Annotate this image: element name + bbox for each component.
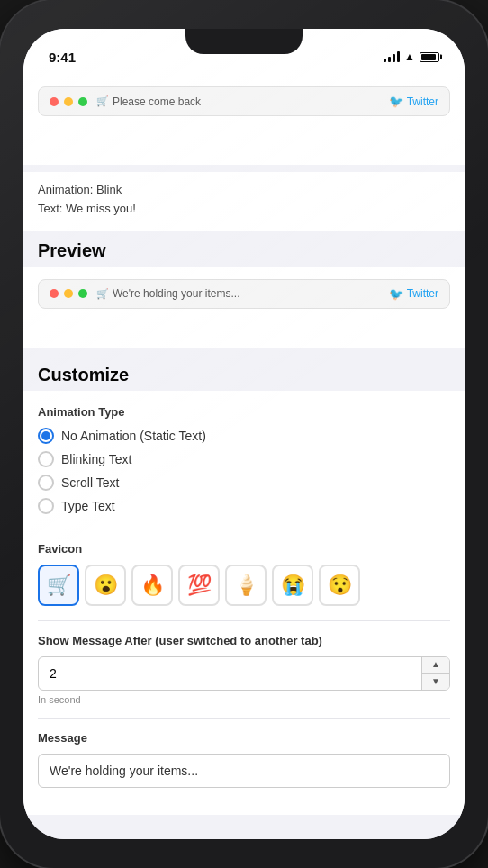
main-content: 🛒 Please come back 🐦 Twitter Animation: … [23, 74, 465, 839]
dot-green [78, 97, 87, 106]
dot-yellow [64, 97, 73, 106]
status-icons: ▲ [384, 50, 439, 63]
radio-label-type: Type Text [61, 499, 115, 513]
radio-scroll[interactable]: Scroll Text [38, 475, 450, 491]
radio-input-blink[interactable] [38, 451, 54, 467]
preview-header: Preview [23, 231, 465, 267]
favicon-grid: 🛒 😮 🔥 💯 🍦 😭 😯 [38, 565, 450, 606]
radio-blink[interactable]: Blinking Text [38, 451, 450, 467]
favicon-group: Favicon 🛒 😮 🔥 💯 🍦 😭 😯 [38, 542, 450, 606]
stepper-up[interactable]: ▲ [422, 657, 449, 674]
dot-red [50, 97, 59, 106]
favicon-wow[interactable]: 😯 [319, 565, 360, 606]
radio-label-blink: Blinking Text [61, 452, 131, 466]
favicon-relieved[interactable]: 😮 [85, 565, 126, 606]
top-browser-bar: 🛒 Please come back 🐦 Twitter [38, 86, 450, 116]
message-group: Message [38, 731, 450, 788]
animation-info: Animation: Blink Text: We miss you! [23, 172, 465, 231]
signal-icon [384, 51, 400, 62]
preview-browser-bar: 🛒 We're holding your items... 🐦 Twitter [38, 279, 450, 309]
message-input[interactable] [38, 754, 450, 788]
radio-label-no-animation: No Animation (Static Text) [61, 429, 206, 443]
wifi-icon: ▲ [404, 50, 415, 63]
status-time: 9:41 [49, 50, 76, 65]
preview-dot-green [78, 289, 87, 298]
radio-no-animation[interactable]: No Animation (Static Text) [38, 428, 450, 444]
radio-type[interactable]: Type Text [38, 498, 450, 514]
preview-browser-section: 🛒 We're holding your items... 🐦 Twitter [23, 267, 465, 348]
preview-browser-url: 🛒 We're holding your items... [96, 287, 380, 300]
show-message-hint: In second [38, 694, 450, 705]
animation-radio-group: No Animation (Static Text) Blinking Text… [38, 428, 450, 514]
show-message-label: Show Message After (user switched to ano… [38, 634, 450, 647]
favicon-cart[interactable]: 🛒 [38, 565, 79, 606]
message-label: Message [38, 731, 450, 745]
radio-label-scroll: Scroll Text [61, 475, 119, 490]
top-browser-url: 🛒 Please come back [96, 95, 380, 108]
favicon-label: Favicon [38, 542, 450, 556]
preview-browser-controls [50, 289, 87, 298]
battery-icon [420, 52, 439, 62]
number-stepper: ▲ ▼ [421, 657, 449, 690]
preview-dot-red [50, 289, 59, 298]
browser-controls [50, 97, 87, 106]
radio-input-type[interactable] [38, 498, 54, 514]
show-message-group: Show Message After (user switched to ano… [38, 634, 450, 705]
preview-title: Preview [38, 240, 106, 260]
preview-dot-yellow [64, 289, 73, 298]
notch [185, 29, 303, 54]
animation-type-group: Animation Type No Animation (Static Text… [38, 405, 450, 514]
customize-header: Customize [23, 356, 465, 391]
radio-input-no-animation[interactable] [38, 428, 54, 444]
customize-title: Customize [38, 365, 129, 384]
customize-body: Animation Type No Animation (Static Text… [23, 391, 465, 815]
top-browser-section: 🛒 Please come back 🐦 Twitter [23, 74, 465, 165]
stepper-down[interactable]: ▼ [422, 674, 449, 690]
preview-twitter-badge: 🐦 Twitter [389, 287, 438, 301]
phone-screen: 9:41 ▲ [23, 29, 465, 839]
show-message-input[interactable] [39, 657, 421, 690]
favicon-fire[interactable]: 🔥 [131, 565, 173, 606]
favicon-100[interactable]: 💯 [178, 565, 220, 606]
favicon-cry[interactable]: 😭 [272, 565, 313, 606]
radio-input-scroll[interactable] [38, 475, 54, 491]
number-input-wrap: ▲ ▼ [38, 656, 450, 691]
animation-type-label: Animation Type [38, 405, 450, 419]
top-twitter-badge: 🐦 Twitter [389, 95, 438, 108]
favicon-icecream[interactable]: 🍦 [225, 565, 267, 606]
phone-frame: 9:41 ▲ [0, 0, 488, 868]
